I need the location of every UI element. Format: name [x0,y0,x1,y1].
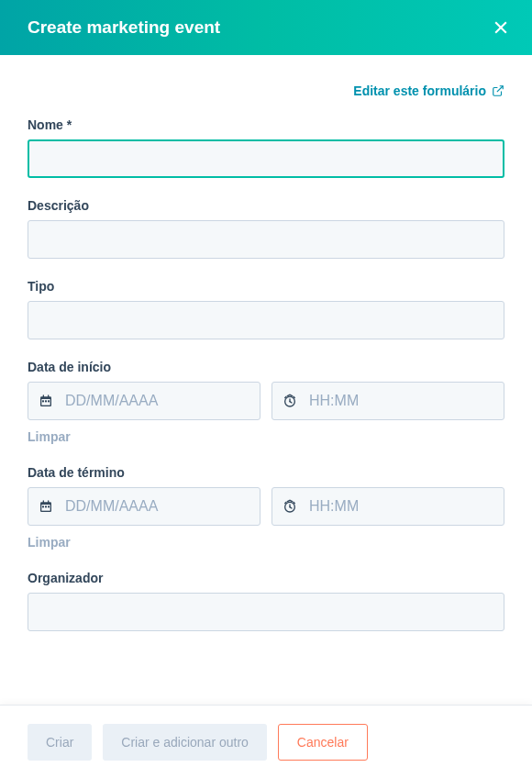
modal-title: Create marketing event [28,17,220,38]
description-label: Descrição [28,198,504,213]
type-field-group: Tipo [28,279,504,339]
svg-line-12 [290,402,292,403]
svg-rect-18 [48,500,49,503]
svg-rect-6 [48,395,49,397]
name-label: Nome * [28,117,504,132]
svg-line-14 [294,396,294,397]
close-button[interactable] [488,15,514,40]
start-date-input[interactable] [28,382,260,420]
start-date-time-row [28,382,504,420]
create-button[interactable]: Criar [28,724,92,761]
end-time-input[interactable] [272,487,504,526]
svg-rect-20 [45,506,47,507]
create-another-button[interactable]: Criar e adicionar outro [103,724,267,761]
end-date-input[interactable] [28,487,260,526]
start-date-clear-button[interactable]: Limpar [28,429,71,444]
calendar-icon [39,394,53,408]
svg-rect-21 [48,506,50,507]
svg-line-25 [285,502,286,503]
end-date-label: Data de término [28,465,504,480]
type-label: Tipo [28,279,504,294]
external-link-icon [492,84,504,97]
end-date-time-row [28,487,504,526]
start-time-input[interactable] [272,382,504,420]
start-date-label: Data de início [28,360,504,374]
start-date-input-wrap [28,382,260,420]
end-date-clear-button[interactable]: Limpar [28,535,71,550]
start-time-input-wrap [272,382,504,420]
svg-line-24 [290,507,292,508]
close-icon [492,18,510,37]
organizer-input[interactable] [28,593,504,631]
svg-line-2 [497,86,503,92]
description-input[interactable] [28,220,504,259]
edit-form-link-label: Editar este formulário [353,83,486,98]
svg-rect-16 [41,505,50,511]
cancel-button[interactable]: Cancelar [278,724,368,761]
edit-form-link-wrap: Editar este formulário [28,83,504,99]
start-date-field-group: Data de início [28,360,504,445]
edit-form-link[interactable]: Editar este formulário [353,83,504,98]
clock-icon [283,394,297,408]
svg-rect-5 [43,395,44,397]
svg-line-13 [285,396,286,397]
modal-header: Create marketing event [0,0,532,55]
end-time-input-wrap [272,487,504,526]
organizer-field-group: Organizador [28,571,504,631]
clock-icon [283,499,297,514]
modal-content: Editar este formulário Nome * Descrição … [0,55,532,705]
description-field-group: Descrição [28,198,504,259]
name-input[interactable] [28,139,504,178]
svg-rect-8 [45,400,47,402]
svg-line-26 [294,502,294,503]
svg-rect-19 [42,506,44,507]
calendar-icon [39,499,53,514]
end-date-input-wrap [28,487,260,526]
svg-rect-7 [42,400,44,402]
organizer-label: Organizador [28,571,504,585]
type-input[interactable] [28,301,504,339]
name-field-group: Nome * [28,117,504,178]
modal-footer: Criar Criar e adicionar outro Cancelar [0,705,532,778]
svg-rect-17 [43,500,44,503]
end-date-field-group: Data de término [28,465,504,550]
svg-rect-9 [48,400,50,402]
